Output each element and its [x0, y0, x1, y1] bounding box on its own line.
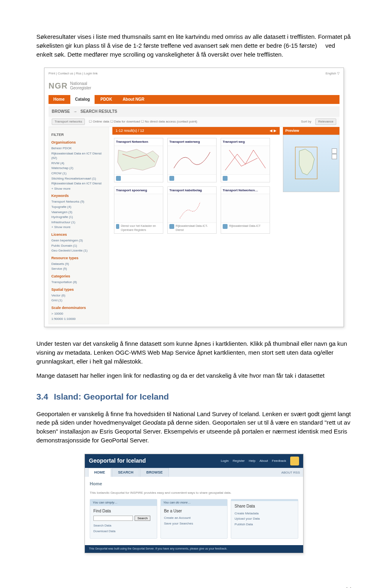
ngr-sidebar-item[interactable]: CROW (1) — [51, 171, 106, 176]
gp-search-input[interactable] — [93, 516, 133, 521]
ngr-sidebar-item[interactable]: Stichting Recreatietoervaart (1) — [51, 176, 106, 181]
ngr-sidebar-item[interactable]: Waterschap (2) — [51, 166, 106, 171]
ngr-result-pager[interactable]: ◀ ▶ — [270, 128, 276, 133]
gp-tab-search[interactable]: SEARCH — [112, 468, 139, 477]
info-icon[interactable] — [116, 224, 119, 229]
info-icon[interactable] — [169, 224, 174, 229]
ngr-sidebar-item[interactable]: Public Domain (1) — [51, 243, 106, 248]
gp-home-heading: Home — [90, 481, 298, 487]
ngr-sidebar-item[interactable]: Hydrografie (1) — [51, 215, 106, 220]
ngr-result-card[interactable]: Transport Netwerken — [114, 138, 163, 182]
gp-col-share-hd — [231, 499, 298, 501]
gp-link-feedback[interactable]: Feedback — [272, 459, 286, 463]
gp-tabset: HOME SEARCH BROWSE — [88, 468, 170, 477]
ngr-card-title: Transport kabelbelag — [168, 187, 216, 194]
gp-link-register[interactable]: Register — [233, 459, 245, 463]
ngr-breadcrumb-browse[interactable]: BROWSE — [52, 109, 70, 115]
ngr-tab-about[interactable]: About NGR — [118, 95, 149, 104]
ngr-result-card[interactable]: Transport weg — [221, 138, 270, 182]
ngr-card-thumb[interactable] — [221, 146, 270, 175]
ngr-card-thumb[interactable] — [221, 194, 270, 223]
gp-about-rss[interactable]: ABOUT RSS — [281, 469, 300, 477]
ngr-sidebar-item[interactable]: Beheer PDOK — [51, 146, 106, 151]
ngr-sidebar-item[interactable]: Vaarwegen (3) — [51, 210, 106, 215]
ngr-tab-catalog[interactable]: Catalog — [70, 95, 95, 104]
ngr-card-thumb[interactable] — [114, 194, 163, 223]
ngr-sidebar-item[interactable]: Transportation (8) — [51, 280, 106, 285]
ngr-filter-opts[interactable]: ☐ Online data ☐ Data for download ☐ No d… — [89, 119, 197, 124]
ngr-sidebar-item[interactable]: Vector (6) — [51, 293, 106, 298]
ngr-sidebar-group-heading: Keywords — [51, 193, 106, 199]
ngr-sidebar-item[interactable]: Geo Gedeeld Licentie (1) — [51, 248, 106, 253]
gp-tab-browse[interactable]: BROWSE — [140, 468, 169, 477]
ngr-sidebar-group-heading: Resource types — [51, 256, 106, 261]
ngr-sidebar-item[interactable]: RIVM (4) — [51, 161, 106, 166]
ngr-sidebar-item[interactable]: Grid (1) — [51, 298, 106, 303]
page-number: 14 — [36, 586, 352, 588]
ngr-sidebar-group-heading: Licences — [51, 232, 106, 237]
gp-toplinks: Login Register Help About Feedback — [221, 457, 299, 465]
ngr-sort-value[interactable]: Relevance — [315, 118, 336, 125]
ngr-card-title: Transport waterweg — [168, 138, 216, 146]
ngr-sidebar-item[interactable]: Transport Networks (5) — [51, 199, 106, 204]
info-icon[interactable] — [223, 224, 228, 229]
gp-col-find: You can simply… Find Data Search Search … — [90, 499, 157, 539]
ngr-sidebar-group-heading: Categories — [51, 274, 106, 279]
gp-link-create-account[interactable]: Create an Account — [164, 516, 224, 520]
ngr-sort-label: Sort by — [301, 119, 311, 124]
ngr-window: Print | Contact us | Rss | Login link En… — [44, 68, 344, 327]
gp-tab-home[interactable]: HOME — [88, 468, 111, 477]
ngr-brand-sub2: Georegister — [70, 86, 91, 90]
ngr-sidebar-item[interactable]: > 10000 — [51, 311, 106, 316]
ngr-card-thumb[interactable] — [168, 146, 216, 175]
gp-link-search-data[interactable]: Search Data — [93, 523, 154, 528]
ngr-sidebar-item[interactable]: Rijkswaterstaat Data en ICT Dienst (62) — [51, 151, 106, 161]
para4-link-geodata: Geodata — [143, 419, 166, 426]
paragraph-kartklient: Under testen var det vanskelig å finne d… — [36, 339, 352, 366]
ngr-sidebar-item[interactable]: Geen beperkingen (3) — [51, 238, 106, 243]
ngr-card-meta: Rijkswaterstaat Data-ICT-Dienst — [168, 223, 216, 233]
info-icon[interactable] — [116, 176, 121, 181]
gp-link-save-searches[interactable]: Save your Searches — [164, 521, 224, 526]
ngr-result-grid: Transport NetwerkenTransport waterwegTra… — [112, 135, 280, 237]
ngr-tab-pdok[interactable]: PDOK — [95, 95, 117, 104]
ngr-result-count: 1-12 result(s) / 12 — [116, 128, 144, 133]
ngr-card-thumb[interactable] — [114, 146, 163, 175]
ngr-card-sub: Rijkswaterstaat Data-ICT — [229, 224, 261, 229]
gp-link-upload-data[interactable]: Upload your Data — [234, 516, 295, 521]
ngr-body: FILTER OrganisationsBeheer PDOKRijkswate… — [48, 127, 340, 324]
svg-rect-2 — [332, 154, 337, 159]
ngr-card-thumb[interactable] — [168, 194, 216, 223]
ngr-result-card[interactable]: Transport spoorwegDienst voor het Kadast… — [114, 186, 163, 234]
ngr-resultbar: 1-12 result(s) / 12 ◀ ▶ — [112, 127, 280, 135]
ngr-sidebar-item[interactable]: + Show more — [51, 225, 106, 230]
ngr-sidebar-group-heading: Organisations — [51, 140, 106, 145]
gp-search-button[interactable]: Search — [135, 516, 150, 521]
gp-link-about[interactable]: About — [259, 459, 268, 463]
ngr-breadcrumb-results: SEARCH RESULTS — [80, 109, 117, 115]
ngr-sidebar-item[interactable]: Infrastructuur (1) — [51, 220, 106, 225]
ngr-result-card[interactable]: Transport Netwerken…Rijkswaterstaat Data… — [221, 186, 270, 234]
ngr-preview-map[interactable] — [283, 135, 340, 192]
gp-link-login[interactable]: Login — [221, 459, 229, 463]
gp-link-create-metadata[interactable]: Create Metadata — [234, 511, 295, 516]
ngr-sidebar-item[interactable]: Datasets (9) — [51, 262, 106, 267]
ngr-filter-term[interactable]: Transport networks — [52, 118, 85, 125]
gp-link-download-data[interactable]: Download Data — [93, 529, 154, 534]
gp-link-help[interactable]: Help — [249, 459, 255, 463]
ngr-sidebar-item[interactable]: Rijkswaterstaat Data en ICT Dienst — [51, 181, 106, 186]
ngr-result-card[interactable]: Transport waterweg — [167, 138, 217, 182]
info-icon[interactable] — [223, 176, 228, 181]
ngr-sidebar-item[interactable]: Service (5) — [51, 267, 106, 271]
info-icon[interactable] — [169, 176, 174, 181]
ngr-tab-home[interactable]: Home — [48, 95, 70, 104]
ngr-card-title: Transport Netwerken — [114, 138, 163, 146]
ngr-sidebar-item[interactable]: 1:50000 1:10000 — [51, 317, 106, 321]
gp-link-publish-data[interactable]: Publish Data — [234, 522, 295, 527]
gp-window: Geoportal for Iceland Login Register Hel… — [84, 454, 304, 553]
heading-text: Island: Geoportal for Iceland — [54, 392, 169, 401]
ngr-result-card[interactable]: Transport kabelbelagRijkswaterstaat Data… — [167, 186, 217, 234]
ngr-sidebar-item[interactable]: + Show more — [51, 186, 106, 191]
ngr-card-sub: Rijkswaterstaat Data-ICT-Dienst — [176, 224, 215, 232]
ngr-sidebar-item[interactable]: Topografie (4) — [51, 205, 106, 209]
